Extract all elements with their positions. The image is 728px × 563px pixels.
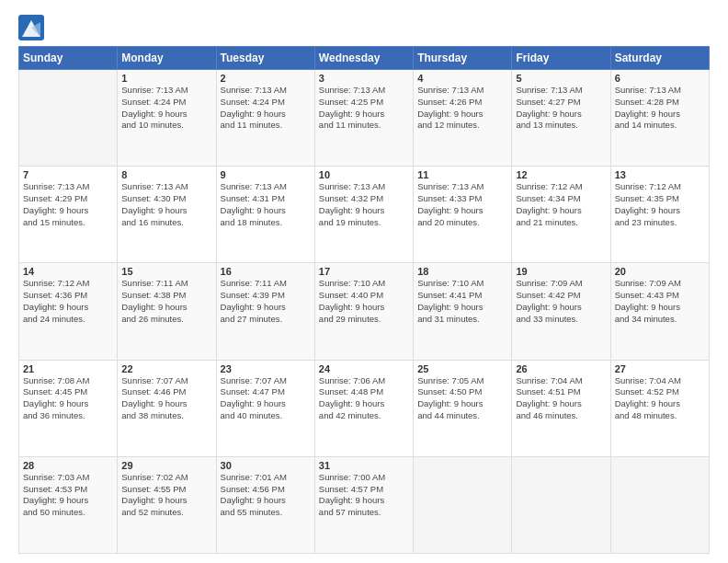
day-content: Sunrise: 7:12 AM Sunset: 4:35 PM Dayligh…	[615, 181, 705, 228]
day-content: Sunrise: 7:11 AM Sunset: 4:38 PM Dayligh…	[121, 278, 211, 325]
day-number: 31	[319, 460, 409, 471]
header	[18, 15, 710, 40]
day-content: Sunrise: 7:13 AM Sunset: 4:24 PM Dayligh…	[121, 85, 211, 132]
page: SundayMondayTuesdayWednesdayThursdayFrid…	[0, 0, 728, 563]
calendar-cell: 19Sunrise: 7:09 AM Sunset: 4:42 PM Dayli…	[512, 263, 610, 360]
day-content: Sunrise: 7:10 AM Sunset: 4:41 PM Dayligh…	[417, 278, 507, 325]
day-number: 8	[121, 169, 211, 180]
calendar-cell: 7Sunrise: 7:13 AM Sunset: 4:29 PM Daylig…	[19, 167, 118, 263]
day-number: 18	[417, 266, 507, 277]
day-content: Sunrise: 7:08 AM Sunset: 4:45 PM Dayligh…	[23, 375, 113, 422]
calendar-header: SundayMondayTuesdayWednesdayThursdayFrid…	[19, 47, 710, 70]
calendar-cell	[414, 456, 512, 553]
day-number: 13	[615, 169, 705, 180]
calendar-cell	[19, 70, 118, 167]
day-number: 15	[121, 266, 211, 277]
day-number: 17	[319, 266, 409, 277]
calendar-cell: 29Sunrise: 7:02 AM Sunset: 4:55 PM Dayli…	[118, 456, 216, 553]
day-number: 3	[319, 73, 409, 84]
day-content: Sunrise: 7:13 AM Sunset: 4:31 PM Dayligh…	[221, 181, 311, 228]
day-content: Sunrise: 7:12 AM Sunset: 4:36 PM Dayligh…	[23, 278, 113, 325]
calendar-cell: 30Sunrise: 7:01 AM Sunset: 4:56 PM Dayli…	[216, 456, 314, 553]
calendar-cell: 27Sunrise: 7:04 AM Sunset: 4:52 PM Dayli…	[610, 360, 709, 456]
day-content: Sunrise: 7:09 AM Sunset: 4:42 PM Dayligh…	[516, 278, 606, 325]
day-content: Sunrise: 7:04 AM Sunset: 4:51 PM Dayligh…	[516, 375, 606, 422]
day-number: 16	[221, 266, 311, 277]
calendar-week-3: 14Sunrise: 7:12 AM Sunset: 4:36 PM Dayli…	[19, 263, 710, 360]
day-content: Sunrise: 7:10 AM Sunset: 4:40 PM Dayligh…	[319, 278, 409, 325]
calendar-cell	[610, 456, 709, 553]
calendar-week-1: 1Sunrise: 7:13 AM Sunset: 4:24 PM Daylig…	[19, 70, 710, 167]
weekday-header-tuesday: Tuesday	[216, 47, 314, 70]
calendar-cell: 25Sunrise: 7:05 AM Sunset: 4:50 PM Dayli…	[414, 360, 512, 456]
day-content: Sunrise: 7:00 AM Sunset: 4:57 PM Dayligh…	[319, 472, 409, 519]
logo-icon	[18, 15, 44, 40]
day-content: Sunrise: 7:07 AM Sunset: 4:46 PM Dayligh…	[121, 375, 211, 422]
day-number: 5	[516, 73, 606, 84]
weekday-header-monday: Monday	[118, 47, 216, 70]
weekday-header-friday: Friday	[512, 47, 610, 70]
day-content: Sunrise: 7:13 AM Sunset: 4:25 PM Dayligh…	[319, 85, 409, 132]
day-content: Sunrise: 7:13 AM Sunset: 4:29 PM Dayligh…	[23, 181, 113, 228]
day-number: 19	[516, 266, 606, 277]
calendar-cell: 14Sunrise: 7:12 AM Sunset: 4:36 PM Dayli…	[19, 263, 118, 360]
day-content: Sunrise: 7:01 AM Sunset: 4:56 PM Dayligh…	[221, 472, 311, 519]
day-content: Sunrise: 7:02 AM Sunset: 4:55 PM Dayligh…	[121, 472, 211, 519]
day-number: 12	[516, 169, 606, 180]
calendar-cell: 6Sunrise: 7:13 AM Sunset: 4:28 PM Daylig…	[610, 70, 709, 167]
calendar-cell: 18Sunrise: 7:10 AM Sunset: 4:41 PM Dayli…	[414, 263, 512, 360]
calendar-cell: 17Sunrise: 7:10 AM Sunset: 4:40 PM Dayli…	[314, 263, 413, 360]
calendar-cell: 20Sunrise: 7:09 AM Sunset: 4:43 PM Dayli…	[610, 263, 709, 360]
calendar-cell: 16Sunrise: 7:11 AM Sunset: 4:39 PM Dayli…	[216, 263, 314, 360]
day-content: Sunrise: 7:13 AM Sunset: 4:33 PM Dayligh…	[417, 181, 507, 228]
day-number: 14	[23, 266, 113, 277]
day-number: 6	[615, 73, 705, 84]
calendar-table: SundayMondayTuesdayWednesdayThursdayFrid…	[18, 46, 710, 554]
day-content: Sunrise: 7:05 AM Sunset: 4:50 PM Dayligh…	[417, 375, 507, 422]
day-content: Sunrise: 7:07 AM Sunset: 4:47 PM Dayligh…	[221, 375, 311, 422]
weekday-header-wednesday: Wednesday	[314, 47, 413, 70]
day-number: 30	[221, 460, 311, 471]
day-number: 9	[221, 169, 311, 180]
day-content: Sunrise: 7:03 AM Sunset: 4:53 PM Dayligh…	[23, 472, 113, 519]
day-number: 2	[221, 73, 311, 84]
day-number: 25	[417, 363, 507, 374]
calendar-cell: 15Sunrise: 7:11 AM Sunset: 4:38 PM Dayli…	[118, 263, 216, 360]
calendar-cell: 23Sunrise: 7:07 AM Sunset: 4:47 PM Dayli…	[216, 360, 314, 456]
day-number: 20	[615, 266, 705, 277]
day-number: 22	[121, 363, 211, 374]
calendar-cell: 3Sunrise: 7:13 AM Sunset: 4:25 PM Daylig…	[314, 70, 413, 167]
day-number: 28	[23, 460, 113, 471]
weekday-row: SundayMondayTuesdayWednesdayThursdayFrid…	[19, 47, 710, 70]
calendar-cell: 28Sunrise: 7:03 AM Sunset: 4:53 PM Dayli…	[19, 456, 118, 553]
calendar-cell: 4Sunrise: 7:13 AM Sunset: 4:26 PM Daylig…	[414, 70, 512, 167]
calendar-cell: 1Sunrise: 7:13 AM Sunset: 4:24 PM Daylig…	[118, 70, 216, 167]
weekday-header-thursday: Thursday	[414, 47, 512, 70]
calendar-cell: 21Sunrise: 7:08 AM Sunset: 4:45 PM Dayli…	[19, 360, 118, 456]
calendar-cell	[512, 456, 610, 553]
day-content: Sunrise: 7:09 AM Sunset: 4:43 PM Dayligh…	[615, 278, 705, 325]
calendar-cell: 24Sunrise: 7:06 AM Sunset: 4:48 PM Dayli…	[314, 360, 413, 456]
logo	[18, 15, 46, 40]
calendar-week-4: 21Sunrise: 7:08 AM Sunset: 4:45 PM Dayli…	[19, 360, 710, 456]
day-number: 23	[221, 363, 311, 374]
calendar-body: 1Sunrise: 7:13 AM Sunset: 4:24 PM Daylig…	[19, 70, 710, 554]
day-number: 26	[516, 363, 606, 374]
calendar-cell: 8Sunrise: 7:13 AM Sunset: 4:30 PM Daylig…	[118, 167, 216, 263]
day-content: Sunrise: 7:12 AM Sunset: 4:34 PM Dayligh…	[516, 181, 606, 228]
day-content: Sunrise: 7:04 AM Sunset: 4:52 PM Dayligh…	[615, 375, 705, 422]
calendar-cell: 13Sunrise: 7:12 AM Sunset: 4:35 PM Dayli…	[610, 167, 709, 263]
calendar-cell: 2Sunrise: 7:13 AM Sunset: 4:24 PM Daylig…	[216, 70, 314, 167]
day-content: Sunrise: 7:13 AM Sunset: 4:28 PM Dayligh…	[615, 85, 705, 132]
day-content: Sunrise: 7:13 AM Sunset: 4:30 PM Dayligh…	[121, 181, 211, 228]
day-content: Sunrise: 7:06 AM Sunset: 4:48 PM Dayligh…	[319, 375, 409, 422]
day-content: Sunrise: 7:13 AM Sunset: 4:32 PM Dayligh…	[319, 181, 409, 228]
weekday-header-sunday: Sunday	[19, 47, 118, 70]
calendar-cell: 5Sunrise: 7:13 AM Sunset: 4:27 PM Daylig…	[512, 70, 610, 167]
day-number: 4	[417, 73, 507, 84]
day-number: 1	[121, 73, 211, 84]
day-number: 21	[23, 363, 113, 374]
day-content: Sunrise: 7:13 AM Sunset: 4:27 PM Dayligh…	[516, 85, 606, 132]
calendar-cell: 9Sunrise: 7:13 AM Sunset: 4:31 PM Daylig…	[216, 167, 314, 263]
day-number: 24	[319, 363, 409, 374]
